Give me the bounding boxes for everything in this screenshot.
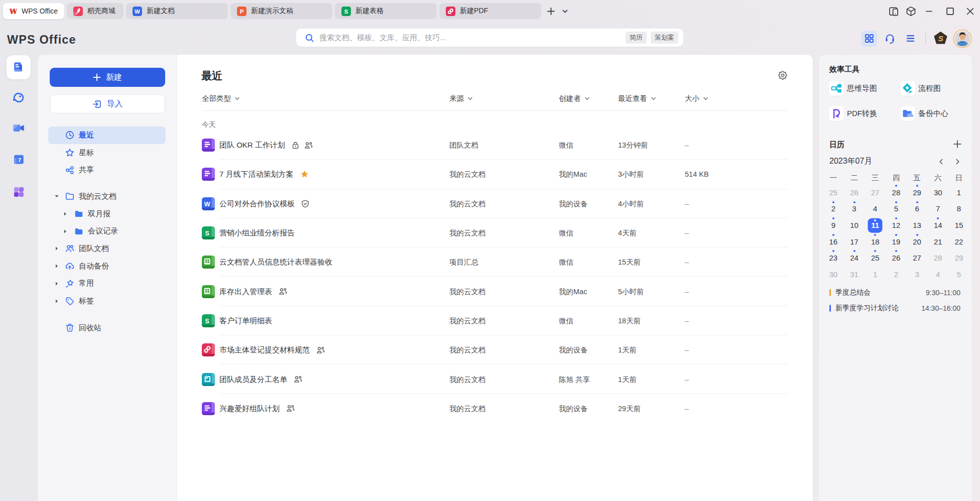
calendar-day[interactable]: 15 [948,217,969,233]
file-row[interactable]: 库存出入管理表我的云文档我的Mac5小时前– [178,277,813,306]
file-row[interactable]: 云文档管人员信息统计表理器验收项目汇总微信15天前– [178,247,813,277]
workspace-button[interactable] [903,3,919,19]
calendar-add-icon[interactable] [952,139,963,150]
filter-全部类型[interactable]: 全部类型 [202,94,240,103]
close-button[interactable] [962,3,978,19]
tab-list-dropdown[interactable] [558,4,572,18]
calendar-day[interactable]: 4 [927,266,948,283]
calendar-day[interactable]: 18 [865,233,886,250]
file-row[interactable]: 市场主体登记提交材料规范我的云文档我的设备1天前– [178,335,813,364]
sidebar-item-trash[interactable]: 回收站 [48,319,166,337]
tab-新建演示文稿[interactable]: P新建演示文稿 [230,3,332,19]
tab-新建PDF[interactable]: 新建PDF [439,3,541,19]
calendar-prev-icon[interactable] [936,157,946,167]
calendar-day[interactable]: 26 [844,184,865,201]
rail-item-meetings[interactable] [7,116,31,140]
sidebar-item-共享[interactable]: 共享 [48,161,166,179]
calendar-day[interactable]: 5 [948,266,969,283]
calendar-day[interactable]: 10 [844,217,865,233]
sidebar-item-会议记录[interactable]: 会议记录 [48,222,166,240]
import-button[interactable]: 导入 [50,94,165,113]
calendar-day[interactable]: 9 [823,217,844,233]
maximize-button[interactable] [942,3,958,19]
avatar[interactable] [953,29,972,48]
calendar-day[interactable]: 6 [907,201,928,217]
apps-grid-button[interactable] [861,31,877,47]
filter-来源[interactable]: 来源 [449,94,473,103]
rail-item-messages[interactable] [7,86,31,110]
calendar-day[interactable]: 31 [844,266,865,283]
calendar-day[interactable]: 29 [948,249,969,266]
rail-item-apps[interactable] [7,180,31,204]
search-bar[interactable]: 搜索文档、模板、文库、应用、技巧... 简历策划案 [296,29,683,47]
calendar-day[interactable]: 20 [907,233,928,250]
file-row[interactable]: S客户订单明细表我的云文档微信18天前– [178,306,813,335]
new-button[interactable]: 新建 [50,68,165,87]
rail-item-calendar[interactable]: 7 [7,147,31,171]
caret-right-icon[interactable] [54,299,59,304]
calendar-day[interactable]: 1 [948,184,969,201]
calendar-day[interactable]: 3 [844,201,865,217]
sidebar-item-常用[interactable]: 常用 [48,275,166,293]
new-tab-button[interactable] [544,4,558,18]
file-row[interactable]: 团队 OKR 工作计划团队文档微信13分钟前– [178,131,813,160]
calendar-day[interactable]: 19 [886,233,907,250]
calendar-day[interactable]: 21 [927,233,948,250]
tool-流程图[interactable]: 流程图 [900,81,941,96]
file-row[interactable]: S营销小组业绩分析报告我的云文档微信4天前– [178,218,813,247]
filter-大小[interactable]: 大小 [685,94,708,103]
calendar-day[interactable]: 25 [823,184,844,201]
caret-right-icon[interactable] [54,264,59,269]
calendar-day[interactable]: 2 [823,201,844,217]
sidebar-item-最近[interactable]: 最近 [48,127,166,144]
minimize-button[interactable] [921,3,937,19]
file-row[interactable]: 团队成员及分工名单我的云文档陈旭 共享1天前– [178,364,813,394]
calendar-day[interactable]: 1 [865,266,886,283]
calendar-day[interactable]: 30 [823,266,844,283]
calendar-day[interactable]: 13 [907,217,928,233]
calendar-day[interactable]: 23 [823,249,844,266]
caret-right-icon[interactable] [54,281,59,286]
sidebar-item-自动备份[interactable]: 自动备份 [48,258,166,275]
calendar-day[interactable]: 12 [886,217,907,233]
caret-right-icon[interactable] [54,246,59,251]
support-button[interactable] [882,31,898,47]
calendar-day[interactable]: 30 [927,184,948,201]
calendar-day[interactable]: 27 [865,184,886,201]
calendar-day[interactable]: 8 [948,201,969,217]
calendar-next-icon[interactable] [952,157,962,167]
sidebar-item-双月报[interactable]: 双月报 [48,205,166,223]
calendar-day[interactable]: 28 [886,184,907,201]
settings-gear-icon[interactable] [778,70,788,80]
tool-PDF转换[interactable]: PDF转换 [829,106,877,121]
file-row[interactable]: 兴趣爱好组队计划我的云文档我的设备29天前– [178,394,813,423]
file-row[interactable]: 7 月线下活动策划方案我的云文档我的Mac3小时前514 KB [178,160,813,189]
calendar-event[interactable]: 季度总结会9:30–11:00 [829,285,960,300]
search-tag[interactable]: 策划案 [651,32,678,44]
calendar-day[interactable]: 4 [865,201,886,217]
filter-最近查看[interactable]: 最近查看 [618,94,656,103]
rail-item-documents[interactable] [7,55,31,79]
search-placeholder[interactable]: 搜索文档、模板、文库、应用、技巧... [319,33,622,43]
calendar-day[interactable]: 16 [823,233,844,250]
caret-down-icon[interactable] [54,194,59,199]
calendar-day[interactable]: 29 [907,184,928,201]
calendar-day[interactable]: 2 [886,266,907,283]
caret-right-icon[interactable] [63,229,68,234]
sidebar-item-我的云文档[interactable]: 我的云文档 [48,188,166,205]
calendar-day[interactable]: 26 [886,249,907,266]
tab-home[interactable]: WPS Office [3,3,64,19]
caret-right-icon[interactable] [63,211,68,216]
calendar-day[interactable]: 24 [844,249,865,266]
calendar-day[interactable]: 11 [865,217,886,233]
sidebar-item-标签[interactable]: 标签 [48,292,166,310]
tab-稻壳商城[interactable]: 稻壳商城 [67,3,124,19]
tab-新建文档[interactable]: W新建文档 [126,3,228,19]
search-tag[interactable]: 简历 [626,32,647,44]
calendar-day[interactable]: 3 [907,266,928,283]
vip-badge[interactable]: S [933,31,948,46]
calendar-day[interactable]: 5 [886,201,907,217]
calendar-day[interactable]: 27 [907,249,928,266]
calendar-day[interactable]: 28 [927,249,948,266]
file-row[interactable]: W公司对外合作协议模板我的云文档我的设备4小时前– [178,189,813,218]
